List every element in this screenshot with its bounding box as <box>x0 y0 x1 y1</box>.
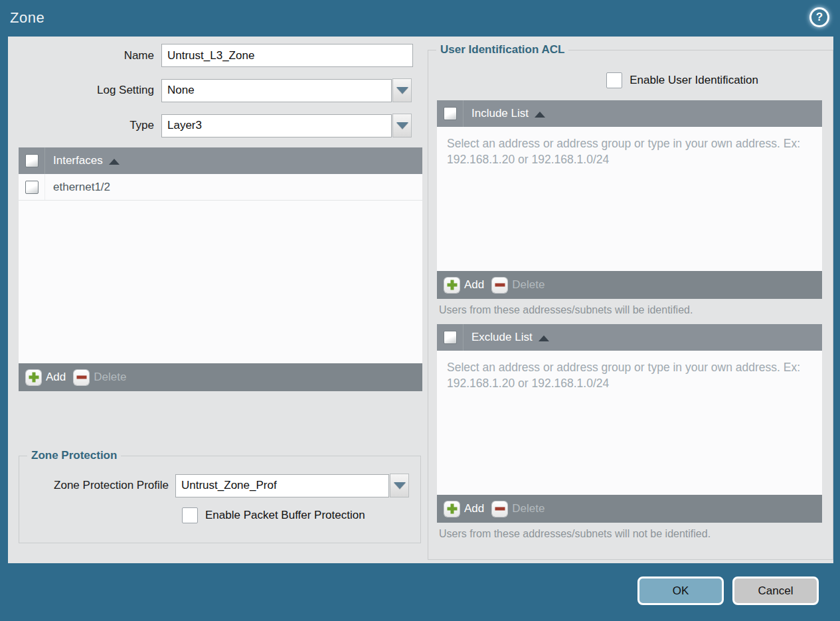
delete-label: Delete <box>512 278 545 292</box>
table-row[interactable]: ethernet1/2 <box>19 174 422 201</box>
type-input[interactable] <box>161 114 392 137</box>
exclude-list-caption: Users from these addresses/subnets will … <box>439 528 822 540</box>
include-list-header: Include List <box>437 100 822 127</box>
sort-ascending-icon[interactable] <box>535 112 545 118</box>
exclude-delete-button[interactable]: Delete <box>492 501 545 517</box>
exclude-add-button[interactable]: Add <box>444 501 484 517</box>
packet-buffer-label: Enable Packet Buffer Protection <box>205 509 365 522</box>
row-checkbox-cell <box>19 174 45 200</box>
chevron-down-icon <box>396 87 408 94</box>
log-setting-input[interactable] <box>161 79 392 102</box>
add-icon <box>26 370 41 385</box>
zone-protection-profile-input[interactable] <box>175 474 389 497</box>
zone-protection-section: Zone Protection Zone Protection Profile … <box>19 456 421 543</box>
zone-protection-profile-dropdown-button[interactable] <box>390 474 409 497</box>
row-checkbox[interactable] <box>25 181 39 194</box>
zone-protection-profile-label: Zone Protection Profile <box>19 479 175 492</box>
include-list-placeholder: Select an address or address group or ty… <box>447 135 812 167</box>
enable-user-identification-label: Enable User Identification <box>630 74 758 87</box>
delete-interface-button[interactable]: Delete <box>74 370 126 385</box>
add-label: Add <box>46 371 66 384</box>
select-all-cell <box>437 324 463 351</box>
include-list-table: Include List Select an address or addres… <box>437 100 822 316</box>
dialog-titlebar: Zone ? <box>0 0 840 37</box>
zone-protection-legend: Zone Protection <box>27 449 121 462</box>
interfaces-action-bar: Add Delete <box>19 363 422 391</box>
exclude-list-placeholder: Select an address or address group or ty… <box>447 359 812 391</box>
packet-buffer-row: Enable Packet Buffer Protection <box>19 507 420 523</box>
delete-icon <box>74 370 89 385</box>
include-list-column-header[interactable]: Include List <box>471 107 529 120</box>
zone-form: Name Log Setting Type <box>8 44 423 149</box>
packet-buffer-checkbox[interactable] <box>182 507 198 523</box>
interfaces-column-header[interactable]: Interfaces <box>53 154 103 167</box>
exclude-list-column-header[interactable]: Exclude List <box>471 331 533 344</box>
sort-ascending-icon[interactable] <box>539 335 549 341</box>
interface-name: ethernet1/2 <box>53 181 110 194</box>
name-row: Name <box>8 44 423 67</box>
dialog-body: Name Log Setting Type Interfaces <box>8 37 833 563</box>
exclude-list-body[interactable]: Select an address or address group or ty… <box>437 351 822 495</box>
include-add-button[interactable]: Add <box>444 278 484 293</box>
help-icon[interactable]: ? <box>809 7 829 27</box>
select-all-cell <box>437 100 463 127</box>
interfaces-empty-area <box>19 201 422 363</box>
interfaces-header: Interfaces <box>19 147 422 174</box>
cancel-button[interactable]: Cancel <box>732 577 819 605</box>
add-icon <box>444 501 460 517</box>
type-label: Type <box>8 119 161 132</box>
enable-user-identification-row: Enable User Identification <box>428 72 833 88</box>
add-label: Add <box>464 502 484 515</box>
exclude-list-header: Exclude List <box>437 324 822 351</box>
sort-ascending-icon[interactable] <box>109 159 120 165</box>
delete-icon <box>492 501 507 517</box>
log-setting-label: Log Setting <box>8 84 161 97</box>
interfaces-table: Interfaces ethernet1/2 Add Delete <box>19 147 422 391</box>
include-list-body[interactable]: Select an address or address group or ty… <box>437 127 822 271</box>
ok-button[interactable]: OK <box>637 577 724 605</box>
add-interface-button[interactable]: Add <box>26 370 66 385</box>
exclude-list-table: Exclude List Select an address or addres… <box>437 324 822 540</box>
user-identification-acl-legend: User Identification ACL <box>436 43 568 56</box>
dialog-title: Zone <box>10 9 44 27</box>
user-identification-acl-section: User Identification ACL Enable User Iden… <box>428 50 833 560</box>
chevron-down-icon <box>396 122 408 129</box>
delete-label: Delete <box>94 371 126 384</box>
interfaces-select-all-checkbox[interactable] <box>25 154 39 167</box>
delete-icon <box>492 278 507 293</box>
log-setting-row: Log Setting <box>8 78 423 102</box>
zone-protection-profile-row: Zone Protection Profile <box>19 474 420 497</box>
exclude-list-action-bar: Add Delete <box>437 495 822 523</box>
chevron-down-icon <box>394 482 406 489</box>
enable-user-identification-checkbox[interactable] <box>606 72 622 88</box>
name-label: Name <box>8 49 161 62</box>
log-setting-dropdown-button[interactable] <box>392 78 412 102</box>
delete-label: Delete <box>512 502 545 515</box>
include-list-select-all-checkbox[interactable] <box>444 107 457 120</box>
type-dropdown-button[interactable] <box>392 114 412 137</box>
name-input[interactable] <box>161 44 413 67</box>
select-all-cell <box>19 147 45 174</box>
include-list-caption: Users from these addresses/subnets will … <box>439 304 822 316</box>
add-label: Add <box>464 278 484 292</box>
include-delete-button[interactable]: Delete <box>492 278 545 293</box>
add-icon <box>444 278 460 293</box>
include-list-action-bar: Add Delete <box>437 271 822 299</box>
exclude-list-select-all-checkbox[interactable] <box>444 331 457 344</box>
type-row: Type <box>8 114 423 137</box>
